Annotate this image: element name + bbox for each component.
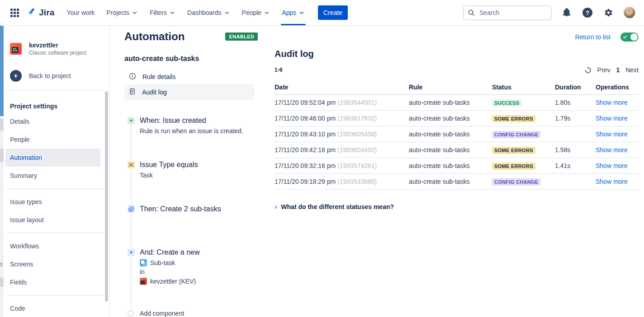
run-rule: auto-create sub-tasks bbox=[409, 112, 492, 125]
search-icon bbox=[468, 9, 475, 16]
table-row: 17/11/20 09:46:00 pm (1993617832) auto-c… bbox=[275, 111, 639, 126]
empty-circle-icon bbox=[128, 310, 134, 317]
project-settings-sidebar: kevzettler Classic software project Back… bbox=[4, 26, 110, 317]
nav-people[interactable]: People bbox=[238, 0, 274, 25]
sidebar-item-details[interactable]: Details bbox=[5, 112, 100, 131]
sidebar-item-issue-types[interactable]: Issue types bbox=[5, 193, 100, 211]
show-more-link[interactable]: Show more bbox=[596, 131, 628, 138]
nav-your-work[interactable]: Your work bbox=[63, 0, 99, 25]
tab-audit-log[interactable]: Audit log bbox=[124, 84, 255, 100]
project-avatar-icon bbox=[10, 43, 22, 55]
show-more-link[interactable]: Show more bbox=[596, 146, 628, 154]
create-button[interactable]: Create bbox=[318, 5, 348, 20]
branch-icon bbox=[128, 161, 135, 168]
sidebar-item-people[interactable]: People bbox=[5, 131, 100, 149]
run-date: 17/11/20 09:18:29 pm bbox=[275, 178, 336, 185]
rule-steps-timeline: + When: Issue created Rule is run when a… bbox=[124, 116, 255, 317]
return-to-list-link[interactable]: Return to list bbox=[575, 33, 611, 41]
current-page[interactable]: 1 bbox=[616, 66, 620, 74]
nav-dashboards[interactable]: Dashboards bbox=[184, 0, 234, 25]
plus-icon: + bbox=[128, 249, 135, 256]
chevron-down-icon bbox=[132, 9, 138, 16]
background-clipped-text: t bbox=[0, 261, 2, 268]
plus-icon: + bbox=[128, 117, 135, 124]
sidebar-item-summary[interactable]: Summary bbox=[5, 167, 100, 185]
sidebar-item-screens[interactable]: Screens bbox=[5, 255, 100, 273]
run-rule: auto-create sub-tasks bbox=[409, 159, 492, 172]
back-arrow-icon bbox=[10, 70, 22, 82]
col-duration: Duration bbox=[555, 81, 596, 93]
sidebar-item-issue-layout[interactable]: Issue layout bbox=[5, 211, 100, 229]
sidebar-item-workflows[interactable]: Workflows bbox=[5, 237, 100, 255]
topnav-right-group: ? bbox=[463, 5, 644, 20]
add-component-button[interactable]: Add component bbox=[124, 309, 255, 317]
grid-icon bbox=[10, 9, 19, 17]
project-type: Classic software project bbox=[29, 49, 86, 56]
show-more-link[interactable]: Show more bbox=[596, 162, 628, 169]
nav-apps[interactable]: Apps bbox=[278, 0, 308, 25]
show-more-link[interactable]: Show more bbox=[596, 115, 628, 122]
run-duration bbox=[555, 179, 596, 184]
background-board-strip bbox=[0, 26, 4, 116]
refresh-icon[interactable] bbox=[585, 67, 592, 74]
audit-table-body: 17/11/20 09:52:04 pm (1993644931) auto-c… bbox=[275, 95, 639, 190]
sidebar-item-fields[interactable]: Fields bbox=[5, 273, 100, 291]
table-row: 17/11/20 09:43:10 pm (1993605458) auto-c… bbox=[275, 126, 639, 142]
show-more-link[interactable]: Show more bbox=[596, 99, 628, 106]
run-rule: auto-create sub-tasks bbox=[409, 128, 492, 140]
run-duration: 1.41s bbox=[555, 159, 596, 172]
sidebar-item-code[interactable]: Code bbox=[5, 299, 100, 317]
next-page-button[interactable]: Next bbox=[625, 66, 639, 74]
rule-name: auto-create sub-tasks bbox=[124, 55, 255, 63]
run-rule: auto-create sub-tasks bbox=[409, 175, 492, 188]
table-row: 17/11/20 09:42:18 pm (1993603492) auto-c… bbox=[275, 142, 639, 158]
status-badge: SOME ERRORS bbox=[492, 147, 535, 154]
notifications-bell-icon[interactable] bbox=[561, 7, 573, 19]
search-input[interactable] bbox=[463, 5, 552, 20]
step-and-action[interactable]: + And: Create a new Sub-task in kevzettl… bbox=[124, 248, 255, 285]
result-range: 1-9 bbox=[275, 67, 282, 73]
status-badge: SOME ERRORS bbox=[492, 163, 535, 170]
sidebar-item-automation[interactable]: Automation bbox=[5, 149, 100, 167]
document-icon bbox=[129, 88, 136, 96]
step-condition[interactable]: Issue Type equals Task bbox=[124, 160, 255, 179]
nav-projects[interactable]: Projects bbox=[103, 0, 142, 25]
top-navigation: Jira Your work Projects Filters Dashboar… bbox=[0, 0, 644, 26]
background-page-edge: t bbox=[0, 26, 4, 317]
settings-gear-icon[interactable] bbox=[602, 7, 614, 19]
audit-log-table: Date Rule Status Duration Operations 17/… bbox=[275, 80, 639, 190]
run-date: 17/11/20 09:43:10 pm bbox=[275, 131, 336, 138]
col-operations: Operations bbox=[596, 81, 639, 93]
nav-filters[interactable]: Filters bbox=[146, 0, 179, 25]
user-avatar[interactable] bbox=[623, 6, 636, 19]
col-date: Date bbox=[275, 81, 409, 93]
jira-logo[interactable]: Jira bbox=[26, 7, 55, 19]
tab-rule-details[interactable]: Rule details bbox=[124, 69, 255, 84]
statuses-help-expander[interactable]: › What do the different statuses mean? bbox=[275, 203, 639, 210]
run-duration: 1.80s bbox=[555, 96, 596, 109]
run-date: 17/11/20 09:32:16 pm bbox=[275, 162, 336, 169]
tasks-check-icon bbox=[128, 205, 135, 213]
chevron-down-icon bbox=[169, 9, 175, 16]
jira-logo-icon bbox=[26, 7, 36, 19]
status-badge: CONFIG CHANGE bbox=[492, 131, 540, 138]
status-badge: SUCCESS bbox=[492, 99, 521, 107]
project-name: kevzettler bbox=[29, 41, 86, 49]
app-switcher-icon[interactable] bbox=[7, 5, 22, 20]
step-trigger[interactable]: + When: Issue created Rule is run when a… bbox=[124, 116, 255, 135]
help-icon[interactable]: ? bbox=[582, 7, 593, 19]
table-row: 17/11/20 09:32:16 pm (1993574261) auto-c… bbox=[275, 158, 639, 174]
show-more-link[interactable]: Show more bbox=[596, 178, 628, 185]
table-row: 17/11/20 09:18:29 pm (1993533688) auto-c… bbox=[275, 174, 639, 190]
main-area: t kevzettler Classic software project Ba… bbox=[0, 26, 644, 317]
run-date: 17/11/20 09:42:18 pm bbox=[275, 146, 336, 154]
run-duration bbox=[555, 131, 596, 137]
sidebar-scrollbar[interactable] bbox=[105, 91, 108, 302]
rule-enabled-toggle[interactable] bbox=[620, 33, 639, 42]
back-to-project-button[interactable]: Back to project bbox=[4, 70, 109, 82]
run-date: 17/11/20 09:52:04 pm bbox=[275, 99, 336, 106]
project-mini-icon bbox=[140, 278, 147, 285]
step-action[interactable]: Then: Create 2 sub-tasks bbox=[124, 205, 255, 214]
prev-page-button[interactable]: Prev bbox=[597, 66, 611, 74]
table-row: 17/11/20 09:52:04 pm (1993644931) auto-c… bbox=[275, 95, 639, 111]
